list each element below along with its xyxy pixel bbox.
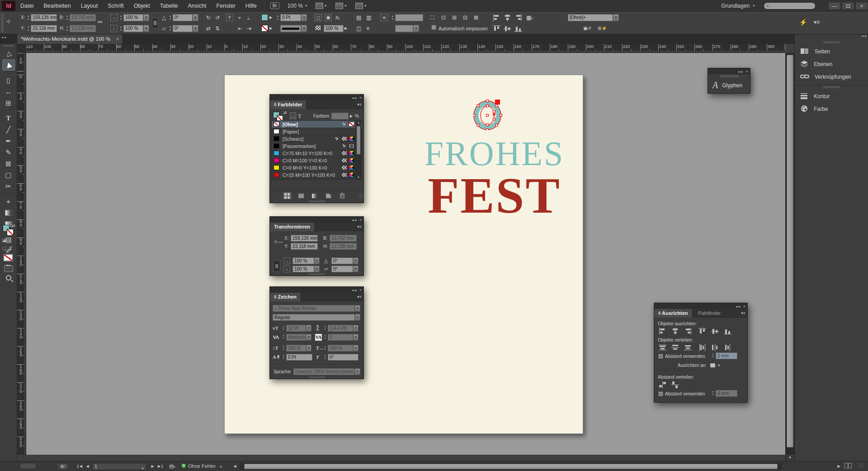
y-field[interactable]: 23,118 mm [291, 243, 318, 250]
autofit-checkbox[interactable] [431, 25, 436, 30]
clear-overrides-icon[interactable]: ▣↺ [583, 25, 591, 32]
vertical-scale-dropdown[interactable]: ▼ [306, 345, 311, 352]
close-icon[interactable]: × [743, 304, 745, 309]
text-wrap-jump-icon[interactable]: ◫ [356, 25, 361, 32]
panel-drag-grip[interactable] [309, 200, 325, 202]
scale-y-stepper[interactable] [119, 25, 123, 32]
align-to-icon[interactable] [709, 362, 717, 369]
kerning-stepper[interactable] [282, 334, 285, 341]
menu-tabelle[interactable]: Tabelle [155, 0, 183, 12]
font-style-dropdown[interactable]: ▼ [355, 314, 360, 321]
collapse-tools-icon[interactable]: ►► [1, 36, 7, 39]
scale-y-field[interactable]: 100 % [123, 25, 143, 32]
rotation-dropdown[interactable]: ▼ [193, 14, 198, 21]
document-tab[interactable]: *Weihnachts-Menükarte.indd @ 100 % × [17, 34, 123, 44]
frame-fitting-field[interactable] [395, 14, 423, 21]
fill-color-swatch[interactable] [261, 14, 268, 21]
screen-mode-button[interactable]: ▼ [335, 3, 347, 9]
glyphs-panel-button[interactable]: A Glyphen [708, 77, 750, 90]
stroke-weight-stepper[interactable] [276, 14, 280, 21]
rotate-cw-icon[interactable]: ↻ [206, 14, 211, 21]
menu-bearbeiten[interactable]: Bearbeiten [38, 0, 75, 12]
horizontal-scroll-thumb[interactable] [244, 464, 778, 469]
align-middle-icon[interactable] [711, 328, 719, 335]
stroke-flyout-arrow[interactable]: ▶ [269, 25, 272, 32]
pen-tool[interactable]: ✒ [2, 135, 15, 147]
tracking-dropdown[interactable]: ▼ [353, 334, 359, 341]
rotation-field[interactable]: 0° [173, 14, 193, 21]
opacity-flyout-arrow[interactable]: ▶ [344, 25, 347, 32]
text-wrap-none-icon[interactable]: ▤ [356, 14, 361, 21]
vertical-ruler[interactable]: 1 001 02 03 04 05 06 07 08 09 01 0 01 1 … [17, 53, 26, 455]
collapse-icon[interactable]: ◄◄ [351, 289, 357, 292]
toolbar-stroke-swatch[interactable] [7, 229, 14, 236]
spacing-stepper[interactable] [711, 352, 715, 359]
align-left-icon[interactable] [493, 14, 500, 21]
transform-tab[interactable]: Transformieren [270, 223, 315, 231]
frame-tool[interactable]: ⊠ [2, 158, 15, 169]
first-page-button[interactable]: ❙◀ [76, 463, 83, 470]
fitting-preset-dropdown[interactable]: ▼ [413, 25, 419, 32]
stroke-style-field[interactable] [280, 25, 301, 32]
show-gradient-swatches-button[interactable] [311, 192, 318, 199]
delete-swatch-button[interactable] [339, 192, 346, 199]
fit-content-icon[interactable]: ⛶ [430, 14, 434, 21]
swatch-row[interactable]: [Ohne]✎̷ [272, 121, 362, 128]
quick-apply-lightning-icon[interactable]: ⚡ [799, 19, 807, 26]
menu-hilfe[interactable]: Hilfe [241, 0, 262, 12]
previous-page-button[interactable]: ◀ [84, 463, 91, 470]
shear-dropdown[interactable]: ▼ [353, 266, 359, 272]
collapse-icon[interactable]: ◄◄ [351, 96, 357, 100]
formatting-text-icon[interactable]: T [298, 113, 302, 119]
swap-fill-stroke-icon[interactable]: ⇄ [12, 222, 15, 229]
use-spacing-checkbox[interactable]: ✓ [658, 354, 663, 359]
gap-spacing-stepper[interactable] [711, 390, 715, 397]
leading-dropdown[interactable]: ▼ [353, 325, 359, 332]
width-field[interactable]: 13,742 mm [70, 14, 96, 21]
panel-menu-icon[interactable]: ▾≡ [357, 102, 362, 107]
fill-flyout-arrow[interactable]: ▶ [269, 14, 272, 21]
baseline-shift-stepper[interactable] [282, 354, 285, 361]
scale-y-dropdown[interactable]: ▼ [314, 266, 320, 272]
scale-y-dropdown[interactable]: ▼ [143, 25, 149, 32]
gap-spacing-field[interactable]: 4 mm [716, 390, 737, 397]
text-wrap-around-icon[interactable]: ▥ [366, 14, 371, 21]
effects-icon[interactable]: ▣ [325, 14, 332, 21]
shear-stepper[interactable] [168, 25, 172, 32]
gap-h-icon[interactable] [671, 381, 679, 388]
default-fill-stroke-icon[interactable]: ◪ [2, 237, 6, 244]
scale-y-field[interactable]: 100 % [292, 266, 314, 272]
dock-item-ebenen[interactable]: Ebenen [795, 58, 868, 71]
expand-icon[interactable]: ►► [738, 70, 743, 73]
scroll-down-icon[interactable]: ▼ [356, 176, 361, 179]
distribute-menu-icon[interactable]: ▦▾ [526, 14, 533, 22]
align-tab[interactable]: ◊ Ausrichten [654, 309, 693, 318]
align-bottom-icon[interactable] [724, 328, 731, 335]
stroke-weight-field[interactable]: 0 Pt [280, 14, 301, 21]
stroke-weight-dropdown[interactable]: ▼ [301, 14, 307, 21]
menu-datei[interactable]: Datei [15, 0, 38, 12]
spacing-field[interactable]: 3 mm [716, 352, 737, 359]
zoom-level-combo[interactable]: 100 %▼ [284, 3, 311, 9]
menu-schrift[interactable]: Schrift [103, 0, 128, 12]
line-tool[interactable]: ╱ [2, 124, 15, 135]
stroke-style-dropdown[interactable]: ▼ [301, 25, 307, 32]
gap-v-icon[interactable] [659, 381, 666, 388]
skew-field[interactable]: 0° [328, 354, 359, 361]
font-size-field[interactable]: 12 Pt [286, 325, 306, 332]
panel-drag-grip[interactable] [309, 273, 325, 275]
rotate-ccw-icon[interactable]: ↺ [215, 14, 220, 21]
scale-x-dropdown[interactable]: ▼ [143, 14, 149, 21]
reference-point-proxy[interactable]: ⊹— [274, 238, 283, 245]
tools-grip[interactable] [4, 45, 14, 47]
align-to-dropdown[interactable]: ▼ [717, 362, 721, 369]
shear-field[interactable]: 0° [173, 25, 193, 32]
show-color-swatches-button[interactable] [297, 192, 305, 199]
dist-center-icon[interactable] [711, 344, 719, 351]
fitting-preset-field[interactable] [395, 25, 413, 32]
menu-layout[interactable]: Layout [76, 0, 103, 12]
collapse-icon[interactable]: ◄◄ [351, 219, 357, 222]
free-transform-tool[interactable]: ⌖ [2, 196, 15, 207]
center-content-icon[interactable]: ⊟ [463, 14, 467, 21]
y-stepper[interactable] [26, 25, 30, 32]
